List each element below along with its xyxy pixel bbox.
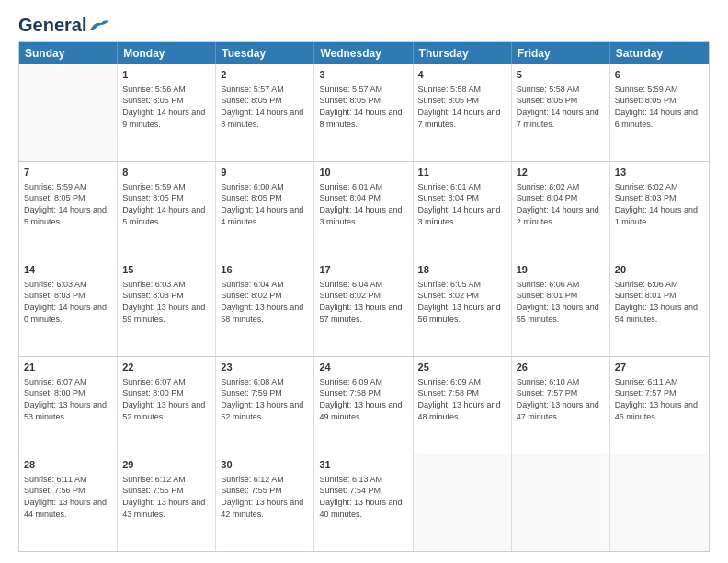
weekday-header-wednesday: Wednesday	[314, 42, 413, 64]
calendar-cell: 6Sunrise: 5:59 AMSunset: 8:05 PMDaylight…	[610, 64, 709, 161]
calendar-cell: 25Sunrise: 6:09 AMSunset: 7:58 PMDayligh…	[414, 357, 512, 454]
cell-info: Sunrise: 5:58 AMSunset: 8:05 PMDaylight:…	[517, 84, 605, 130]
day-number: 9	[221, 166, 309, 179]
weekday-header-monday: Monday	[118, 42, 216, 64]
day-number: 16	[221, 263, 309, 277]
day-number: 18	[418, 263, 506, 277]
day-number: 15	[122, 263, 210, 277]
calendar-cell: 17Sunrise: 6:04 AMSunset: 8:02 PMDayligh…	[314, 259, 413, 356]
day-number: 6	[615, 68, 704, 82]
logo-text-general: General	[18, 15, 86, 36]
cell-info: Sunrise: 6:01 AMSunset: 8:04 PMDaylight:…	[319, 181, 407, 227]
day-number: 3	[319, 68, 407, 82]
calendar-week-4: 21Sunrise: 6:07 AMSunset: 8:00 PMDayligh…	[19, 357, 709, 454]
calendar-cell: 9Sunrise: 6:00 AMSunset: 8:05 PMDaylight…	[216, 162, 314, 259]
cell-info: Sunrise: 6:10 AMSunset: 7:57 PMDaylight:…	[517, 376, 605, 422]
day-number: 4	[418, 68, 506, 82]
calendar-cell: 19Sunrise: 6:06 AMSunset: 8:01 PMDayligh…	[512, 259, 610, 356]
calendar-cell: 28Sunrise: 6:11 AMSunset: 7:56 PMDayligh…	[19, 454, 118, 551]
calendar-cell	[414, 454, 512, 551]
calendar-cell: 7Sunrise: 5:59 AMSunset: 8:05 PMDaylight…	[19, 162, 118, 259]
calendar-cell	[19, 64, 118, 161]
calendar-cell: 29Sunrise: 6:12 AMSunset: 7:55 PMDayligh…	[118, 454, 216, 551]
cell-info: Sunrise: 6:13 AMSunset: 7:54 PMDaylight:…	[319, 474, 407, 520]
cell-info: Sunrise: 6:00 AMSunset: 8:05 PMDaylight:…	[221, 181, 309, 227]
weekday-header-saturday: Saturday	[610, 42, 709, 64]
cell-info: Sunrise: 6:09 AMSunset: 7:58 PMDaylight:…	[319, 376, 407, 422]
calendar-cell: 2Sunrise: 5:57 AMSunset: 8:05 PMDaylight…	[216, 64, 314, 161]
calendar-header: SundayMondayTuesdayWednesdayThursdayFrid…	[19, 42, 709, 64]
cell-info: Sunrise: 6:12 AMSunset: 7:55 PMDaylight:…	[221, 474, 309, 520]
calendar-cell: 16Sunrise: 6:04 AMSunset: 8:02 PMDayligh…	[216, 259, 314, 356]
weekday-header-tuesday: Tuesday	[216, 42, 314, 64]
cell-info: Sunrise: 6:11 AMSunset: 7:56 PMDaylight:…	[24, 474, 112, 520]
logo-bird-icon	[88, 17, 108, 34]
day-number: 10	[319, 166, 407, 179]
cell-info: Sunrise: 6:07 AMSunset: 8:00 PMDaylight:…	[24, 376, 112, 422]
day-number: 14	[24, 263, 112, 277]
day-number: 7	[24, 166, 112, 179]
calendar-week-5: 28Sunrise: 6:11 AMSunset: 7:56 PMDayligh…	[19, 454, 709, 551]
weekday-header-thursday: Thursday	[414, 42, 512, 64]
cell-info: Sunrise: 6:04 AMSunset: 8:02 PMDaylight:…	[221, 279, 309, 325]
header: General	[18, 15, 710, 32]
cell-info: Sunrise: 6:07 AMSunset: 8:00 PMDaylight:…	[122, 376, 210, 422]
cell-info: Sunrise: 6:06 AMSunset: 8:01 PMDaylight:…	[517, 279, 605, 325]
cell-info: Sunrise: 6:03 AMSunset: 8:03 PMDaylight:…	[24, 279, 112, 325]
cell-info: Sunrise: 5:59 AMSunset: 8:05 PMDaylight:…	[24, 181, 112, 227]
logo: General	[18, 15, 108, 32]
cell-info: Sunrise: 5:57 AMSunset: 8:05 PMDaylight:…	[319, 84, 407, 130]
weekday-header-friday: Friday	[512, 42, 610, 64]
day-number: 22	[122, 361, 210, 374]
cell-info: Sunrise: 5:57 AMSunset: 8:05 PMDaylight:…	[221, 84, 309, 130]
calendar-cell: 8Sunrise: 5:59 AMSunset: 8:05 PMDaylight…	[118, 162, 216, 259]
cell-info: Sunrise: 6:02 AMSunset: 8:03 PMDaylight:…	[615, 181, 704, 227]
calendar-cell	[512, 454, 610, 551]
cell-info: Sunrise: 5:58 AMSunset: 8:05 PMDaylight:…	[418, 84, 506, 130]
cell-info: Sunrise: 6:06 AMSunset: 8:01 PMDaylight:…	[615, 279, 704, 325]
calendar-week-3: 14Sunrise: 6:03 AMSunset: 8:03 PMDayligh…	[19, 259, 709, 357]
calendar-cell: 1Sunrise: 5:56 AMSunset: 8:05 PMDaylight…	[118, 64, 216, 161]
page: General SundayMondayTuesdayWednesdayThur…	[0, 0, 728, 563]
calendar-week-2: 7Sunrise: 5:59 AMSunset: 8:05 PMDaylight…	[19, 162, 709, 259]
calendar-cell: 13Sunrise: 6:02 AMSunset: 8:03 PMDayligh…	[610, 162, 709, 259]
calendar-cell: 23Sunrise: 6:08 AMSunset: 7:59 PMDayligh…	[216, 357, 314, 454]
calendar-cell: 12Sunrise: 6:02 AMSunset: 8:04 PMDayligh…	[512, 162, 610, 259]
day-number: 20	[615, 263, 704, 277]
day-number: 29	[122, 458, 210, 472]
calendar: SundayMondayTuesdayWednesdayThursdayFrid…	[18, 41, 710, 552]
cell-info: Sunrise: 6:05 AMSunset: 8:02 PMDaylight:…	[418, 279, 506, 325]
calendar-cell: 30Sunrise: 6:12 AMSunset: 7:55 PMDayligh…	[216, 454, 314, 551]
day-number: 8	[122, 166, 210, 179]
day-number: 1	[122, 68, 210, 82]
calendar-cell: 26Sunrise: 6:10 AMSunset: 7:57 PMDayligh…	[512, 357, 610, 454]
cell-info: Sunrise: 5:56 AMSunset: 8:05 PMDaylight:…	[122, 84, 210, 130]
day-number: 5	[517, 68, 605, 82]
calendar-cell: 31Sunrise: 6:13 AMSunset: 7:54 PMDayligh…	[314, 454, 413, 551]
calendar-cell: 22Sunrise: 6:07 AMSunset: 8:00 PMDayligh…	[118, 357, 216, 454]
cell-info: Sunrise: 5:59 AMSunset: 8:05 PMDaylight:…	[615, 84, 704, 130]
calendar-cell: 18Sunrise: 6:05 AMSunset: 8:02 PMDayligh…	[414, 259, 512, 356]
day-number: 19	[517, 263, 605, 277]
day-number: 24	[319, 361, 407, 374]
day-number: 17	[319, 263, 407, 277]
day-number: 26	[517, 361, 605, 374]
day-number: 28	[24, 458, 112, 472]
cell-info: Sunrise: 6:02 AMSunset: 8:04 PMDaylight:…	[517, 181, 605, 227]
cell-info: Sunrise: 6:01 AMSunset: 8:04 PMDaylight:…	[418, 181, 506, 227]
calendar-cell: 27Sunrise: 6:11 AMSunset: 7:57 PMDayligh…	[610, 357, 709, 454]
calendar-body: 1Sunrise: 5:56 AMSunset: 8:05 PMDaylight…	[19, 64, 709, 551]
day-number: 13	[615, 166, 704, 179]
calendar-cell: 15Sunrise: 6:03 AMSunset: 8:03 PMDayligh…	[118, 259, 216, 356]
calendar-cell: 14Sunrise: 6:03 AMSunset: 8:03 PMDayligh…	[19, 259, 118, 356]
calendar-cell: 11Sunrise: 6:01 AMSunset: 8:04 PMDayligh…	[414, 162, 512, 259]
weekday-header-sunday: Sunday	[19, 42, 118, 64]
cell-info: Sunrise: 6:03 AMSunset: 8:03 PMDaylight:…	[122, 279, 210, 325]
day-number: 30	[221, 458, 309, 472]
day-number: 21	[24, 361, 112, 374]
calendar-cell: 24Sunrise: 6:09 AMSunset: 7:58 PMDayligh…	[314, 357, 413, 454]
cell-info: Sunrise: 5:59 AMSunset: 8:05 PMDaylight:…	[122, 181, 210, 227]
day-number: 31	[319, 458, 407, 472]
day-number: 23	[221, 361, 309, 374]
calendar-cell: 20Sunrise: 6:06 AMSunset: 8:01 PMDayligh…	[610, 259, 709, 356]
